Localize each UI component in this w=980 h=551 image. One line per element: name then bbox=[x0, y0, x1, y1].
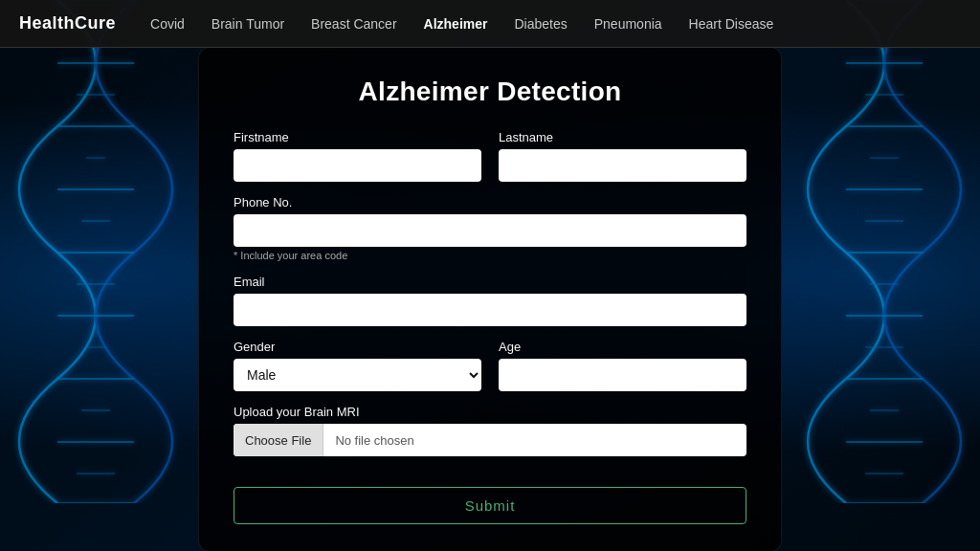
firstname-input[interactable] bbox=[234, 149, 481, 182]
age-group: Age bbox=[499, 340, 746, 391]
nav-brand[interactable]: HealthCure bbox=[19, 13, 116, 33]
lastname-label: Lastname bbox=[499, 130, 746, 144]
email-group: Email bbox=[234, 275, 746, 326]
phone-input[interactable] bbox=[234, 214, 746, 247]
lastname-group: Lastname bbox=[499, 130, 746, 182]
page-title: Alzheimer Detection bbox=[234, 77, 746, 107]
lastname-input[interactable] bbox=[499, 149, 746, 182]
phone-group: Phone No. * Include your area code bbox=[234, 195, 746, 261]
name-row: Firstname Lastname bbox=[234, 130, 746, 182]
age-label: Age bbox=[499, 340, 746, 354]
phone-label: Phone No. bbox=[234, 195, 746, 209]
form-card: Alzheimer Detection Firstname Lastname P… bbox=[198, 47, 782, 551]
file-input-wrapper: Choose File No file chosen bbox=[234, 424, 746, 456]
nav-item-covid[interactable]: Covid bbox=[148, 12, 187, 35]
navbar: HealthCure Covid Brain Tumor Breast Canc… bbox=[0, 0, 980, 48]
email-input[interactable] bbox=[234, 294, 746, 326]
nav-item-breast-cancer[interactable]: Breast Cancer bbox=[309, 12, 398, 35]
firstname-group: Firstname bbox=[234, 130, 481, 182]
firstname-label: Firstname bbox=[234, 130, 481, 144]
submit-button[interactable]: Submit bbox=[234, 487, 746, 524]
main-content: Alzheimer Detection Firstname Lastname P… bbox=[0, 48, 980, 551]
gender-select[interactable]: Male Female Other bbox=[234, 359, 481, 391]
gender-age-row: Gender Male Female Other Age bbox=[234, 340, 746, 391]
nav-item-brain-tumor[interactable]: Brain Tumor bbox=[210, 12, 286, 35]
phone-row: Phone No. * Include your area code bbox=[234, 195, 746, 261]
file-chosen-label: No file chosen bbox=[323, 433, 425, 448]
upload-label: Upload your Brain MRI bbox=[234, 405, 746, 419]
upload-group: Upload your Brain MRI Choose File No fil… bbox=[234, 405, 746, 456]
gender-group: Gender Male Female Other bbox=[234, 340, 481, 391]
nav-item-diabetes[interactable]: Diabetes bbox=[512, 12, 568, 35]
choose-file-button[interactable]: Choose File bbox=[234, 424, 323, 456]
nav-item-heart-disease[interactable]: Heart Disease bbox=[687, 12, 776, 35]
phone-hint: * Include your area code bbox=[234, 250, 746, 261]
gender-label: Gender bbox=[234, 340, 481, 354]
age-input[interactable] bbox=[499, 359, 746, 391]
nav-item-pneumonia[interactable]: Pneumonia bbox=[592, 12, 664, 35]
nav-item-alzheimer[interactable]: Alzheimer bbox=[422, 12, 490, 35]
upload-row: Upload your Brain MRI Choose File No fil… bbox=[234, 405, 746, 456]
email-label: Email bbox=[234, 275, 746, 289]
email-row: Email bbox=[234, 275, 746, 326]
